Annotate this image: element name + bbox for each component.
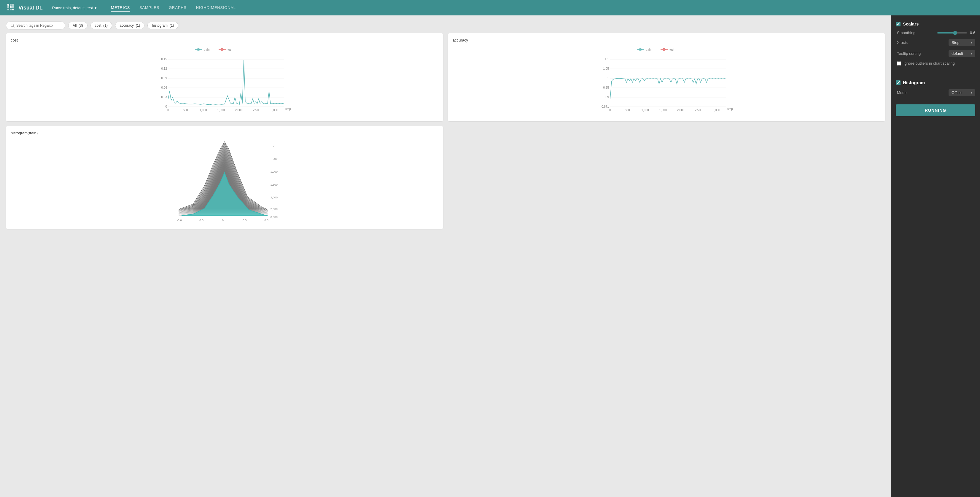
svg-text:0.3: 0.3 (243, 219, 247, 222)
xaxis-row: X-axis Step ▾ (896, 39, 975, 46)
svg-text:0.03: 0.03 (161, 95, 167, 99)
header: Visual DL Runs: train, default, test ▾ M… (0, 0, 980, 16)
accuracy-chart-title: accuracy (453, 38, 880, 43)
histogram-title: Histogram (903, 80, 925, 85)
mode-chevron-icon: ▾ (971, 91, 972, 94)
scalars-title: Scalars (903, 21, 919, 26)
svg-text:1: 1 (607, 76, 609, 80)
nav-metrics[interactable]: METRICS (111, 4, 130, 11)
svg-text:3,000: 3,000 (270, 215, 278, 219)
accuracy-chart-svg: train test 1.1 1.05 1 0.95 0.9 0.871 (453, 45, 880, 116)
cost-chart-card: cost train test 0.15 0.12 0. (6, 33, 443, 121)
svg-text:2,500: 2,500 (253, 108, 260, 112)
nav-graphs[interactable]: GRAPHS (169, 4, 186, 11)
svg-text:train: train (646, 48, 651, 51)
tag-cost-button[interactable]: cost (1) (91, 22, 112, 29)
smoothing-label: Smoothing (897, 30, 915, 35)
tag-histogram-button[interactable]: histogram (1) (147, 22, 178, 29)
histogram-checkbox[interactable] (896, 80, 900, 85)
svg-rect-8 (12, 9, 14, 10)
nav-samples[interactable]: SAMPLES (139, 4, 159, 11)
scalars-checkbox[interactable] (896, 22, 900, 26)
svg-text:0.9: 0.9 (605, 95, 609, 99)
svg-text:0.15: 0.15 (161, 57, 167, 61)
search-input-wrap[interactable] (6, 21, 65, 30)
svg-text:0: 0 (609, 108, 611, 112)
svg-text:2,500: 2,500 (270, 207, 278, 211)
logo-icon (7, 3, 16, 12)
mode-label: Mode (897, 91, 907, 95)
svg-text:0: 0 (222, 219, 224, 222)
accuracy-chart-area: train test 1.1 1.05 1 0.95 0.9 0.871 (453, 45, 880, 116)
svg-line-10 (13, 26, 14, 28)
svg-text:1,500: 1,500 (659, 108, 667, 112)
tooltip-value: default (951, 51, 963, 56)
cost-chart-area: train test 0.15 0.12 0.09 0.06 0.03 0 (11, 45, 438, 116)
svg-text:500: 500 (625, 108, 630, 112)
smoothing-slider[interactable] (937, 32, 967, 33)
svg-text:0: 0 (167, 108, 169, 112)
svg-text:1,500: 1,500 (217, 108, 224, 112)
search-input[interactable] (16, 24, 58, 28)
runs-selector[interactable]: Runs: train, default, test ▾ (52, 6, 97, 10)
smoothing-slider-wrap: 0.6 (937, 30, 975, 35)
tooltip-label: Tooltip sorting (897, 51, 921, 56)
outlier-checkbox[interactable] (897, 61, 901, 65)
svg-text:test: test (670, 48, 674, 51)
tooltip-dropdown[interactable]: default ▾ (948, 50, 975, 57)
svg-text:1.1: 1.1 (605, 57, 609, 61)
svg-text:1,000: 1,000 (270, 170, 278, 173)
filter-bar: All (3) cost (1) accuracy (1) histogram … (6, 21, 885, 30)
tooltip-row: Tooltip sorting default ▾ (896, 50, 975, 57)
svg-text:0.06: 0.06 (161, 86, 167, 89)
nav-items: METRICS SAMPLES GRAPHS HIGHDIMENSIONAL (111, 4, 236, 11)
svg-text:1,500: 1,500 (270, 183, 278, 186)
smoothing-row: Smoothing 0.6 (896, 30, 975, 35)
cost-chart-title: cost (11, 38, 438, 43)
charts-grid: cost train test 0.15 0.12 0. (6, 33, 885, 229)
tag-accuracy-button[interactable]: accuracy (1) (115, 22, 145, 29)
svg-text:0.95: 0.95 (603, 86, 609, 89)
svg-text:test: test (228, 48, 232, 51)
xaxis-chevron-icon: ▾ (971, 41, 972, 44)
svg-text:2,000: 2,000 (235, 108, 242, 112)
svg-rect-7 (10, 9, 11, 10)
histogram-chart-title: histogram(train) (11, 131, 438, 135)
tooltip-chevron-icon: ▾ (971, 52, 972, 55)
svg-text:500: 500 (273, 157, 277, 160)
accuracy-chart-card: accuracy train test 1.1 1.05 1 (448, 33, 885, 121)
running-button[interactable]: RUNNING (896, 105, 975, 116)
logo-text: Visual DL (18, 5, 43, 11)
svg-text:0: 0 (165, 105, 167, 108)
svg-text:train: train (204, 48, 209, 51)
svg-rect-2 (12, 4, 14, 6)
histogram-section-header: Histogram (896, 80, 975, 85)
nav-highdimensional[interactable]: HIGHDIMENSIONAL (196, 4, 236, 11)
divider (896, 73, 975, 73)
xaxis-dropdown[interactable]: Step ▾ (948, 39, 975, 46)
smoothing-value: 0.6 (970, 30, 975, 35)
svg-text:0.12: 0.12 (161, 67, 167, 70)
svg-text:1,000: 1,000 (199, 108, 207, 112)
svg-text:0.6: 0.6 (264, 219, 268, 222)
svg-text:2,000: 2,000 (677, 108, 684, 112)
histogram-chart-card: histogram(train) (6, 126, 443, 229)
logo: Visual DL (7, 3, 43, 12)
mode-value: Offset (951, 91, 962, 95)
svg-rect-0 (7, 4, 9, 6)
sidebar: Scalars Smoothing 0.6 X-axis Step ▾ (891, 16, 980, 497)
xaxis-label: X-axis (897, 40, 908, 45)
svg-rect-4 (10, 6, 11, 8)
histogram-chart-area: 0 500 1,000 1,500 2,000 2,500 3,000 -0.6… (11, 138, 438, 224)
svg-rect-1 (10, 4, 11, 6)
svg-text:step: step (285, 107, 291, 111)
svg-text:3,000: 3,000 (713, 108, 720, 112)
mode-dropdown[interactable]: Offset ▾ (948, 89, 975, 96)
tag-all-button[interactable]: All (3) (68, 22, 88, 29)
content-area: All (3) cost (1) accuracy (1) histogram … (0, 16, 891, 497)
svg-text:1,000: 1,000 (641, 108, 649, 112)
svg-text:-0.6: -0.6 (177, 219, 182, 222)
outlier-row: Ignore outliers in chart scaling (896, 61, 975, 65)
mode-row: Mode Offset ▾ (896, 89, 975, 96)
xaxis-value: Step (951, 40, 959, 45)
